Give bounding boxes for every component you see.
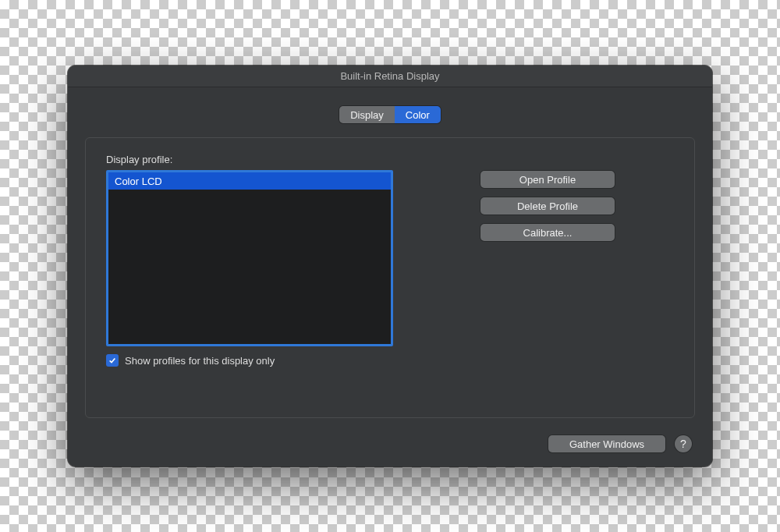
show-profiles-checkbox-row: Show profiles for this display only — [106, 354, 393, 367]
window-footer: Gather Windows ? — [85, 435, 695, 452]
tab-segmented-control: Display Color — [85, 106, 695, 123]
tab-color[interactable]: Color — [395, 106, 441, 123]
tab-segment-wrap: Display Color — [339, 106, 441, 123]
display-profile-label: Display profile: — [106, 154, 393, 165]
gather-windows-button[interactable]: Gather Windows — [548, 435, 665, 452]
list-item[interactable]: Color LCD — [108, 172, 391, 190]
open-profile-button[interactable]: Open Profile — [480, 171, 615, 188]
tab-display[interactable]: Display — [339, 106, 395, 123]
show-profiles-checkbox[interactable] — [106, 354, 119, 367]
show-profiles-checkbox-label: Show profiles for this display only — [125, 355, 275, 367]
display-profile-list[interactable]: Color LCD — [106, 170, 393, 346]
preferences-window: Built-in Retina Display Display Color Di… — [68, 66, 712, 466]
window-body: Display Color Display profile: Color LCD — [68, 87, 712, 466]
profile-column: Display profile: Color LCD Show profiles… — [106, 154, 393, 367]
delete-profile-button[interactable]: Delete Profile — [480, 197, 615, 215]
window-titlebar[interactable]: Built-in Retina Display — [68, 66, 712, 87]
calibrate-button[interactable]: Calibrate... — [480, 224, 615, 241]
window-title: Built-in Retina Display — [340, 70, 439, 82]
actions-column: Open Profile Delete Profile Calibrate... — [480, 154, 615, 241]
content-frame: Display profile: Color LCD Show profiles… — [85, 137, 695, 418]
help-button[interactable]: ? — [675, 435, 692, 452]
checkmark-icon — [108, 356, 116, 364]
